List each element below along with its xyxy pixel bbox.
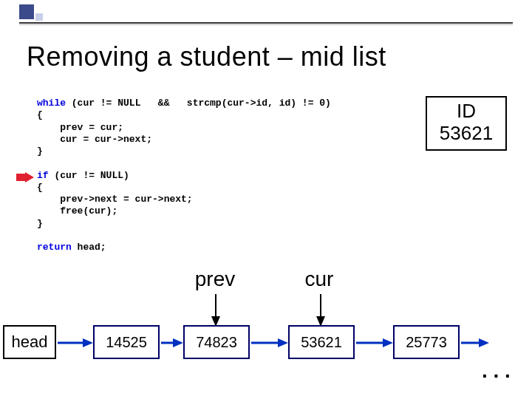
prev-arrow-icon xyxy=(210,294,222,330)
head-label: head xyxy=(12,332,48,351)
svg-marker-12 xyxy=(383,338,393,347)
current-line-arrow-icon xyxy=(16,172,34,181)
list-node: 14525 xyxy=(93,325,160,359)
id-value: 53621 xyxy=(432,123,501,145)
list-node: 53621 xyxy=(288,325,355,359)
code-line-8: { xyxy=(37,182,43,193)
kw-if: if xyxy=(37,170,49,181)
link-arrow-icon xyxy=(161,337,183,352)
slide-title: Removing a student – mid list xyxy=(27,41,514,72)
node-value: 74823 xyxy=(196,334,237,350)
svg-marker-6 xyxy=(83,338,93,347)
svg-marker-10 xyxy=(278,338,288,347)
code-line-2: { xyxy=(37,109,43,120)
head-box: head xyxy=(3,325,56,359)
code-line-11: } xyxy=(37,218,43,229)
code-line-7b: (cur != NULL) xyxy=(49,170,129,181)
code-line-3: prev = cur; xyxy=(37,122,123,133)
code-line-10: free(cur); xyxy=(37,205,117,216)
list-node: 25773 xyxy=(393,325,460,359)
accent-square-small xyxy=(35,13,43,21)
kw-while: while xyxy=(37,98,66,109)
svg-marker-0 xyxy=(16,172,34,183)
list-node: 74823 xyxy=(183,325,250,359)
svg-marker-8 xyxy=(173,338,183,347)
node-value: 53621 xyxy=(301,334,342,350)
kw-return: return xyxy=(37,242,72,253)
divider-thin xyxy=(19,24,513,25)
cur-pointer-label: cur xyxy=(293,267,345,291)
id-label: ID xyxy=(432,100,501,123)
link-arrow-icon xyxy=(461,337,489,352)
accent-square-large xyxy=(19,4,34,19)
node-value: 14525 xyxy=(106,334,147,350)
code-line-5: } xyxy=(37,146,43,157)
code-line-1b: (cur != NULL && strcmp(cur->id, id) != 0… xyxy=(66,98,331,109)
code-line-13b: head; xyxy=(72,242,106,253)
node-value: 25773 xyxy=(406,334,447,350)
prev-pointer-label: prev xyxy=(182,267,248,291)
link-arrow-icon xyxy=(58,337,93,352)
code-line-9: prev->next = cur->next; xyxy=(37,194,193,205)
code-block: while (cur != NULL && strcmp(cur->id, id… xyxy=(37,98,331,253)
target-id-box: ID 53621 xyxy=(426,96,507,151)
slide-topband xyxy=(0,0,532,25)
ellipsis: . . . xyxy=(482,359,511,383)
code-line-4: cur = cur->next; xyxy=(37,134,152,145)
cur-arrow-icon xyxy=(315,294,327,330)
link-arrow-icon xyxy=(251,337,288,352)
svg-marker-14 xyxy=(479,338,489,347)
link-arrow-icon xyxy=(356,337,393,352)
divider-thick xyxy=(19,22,513,24)
